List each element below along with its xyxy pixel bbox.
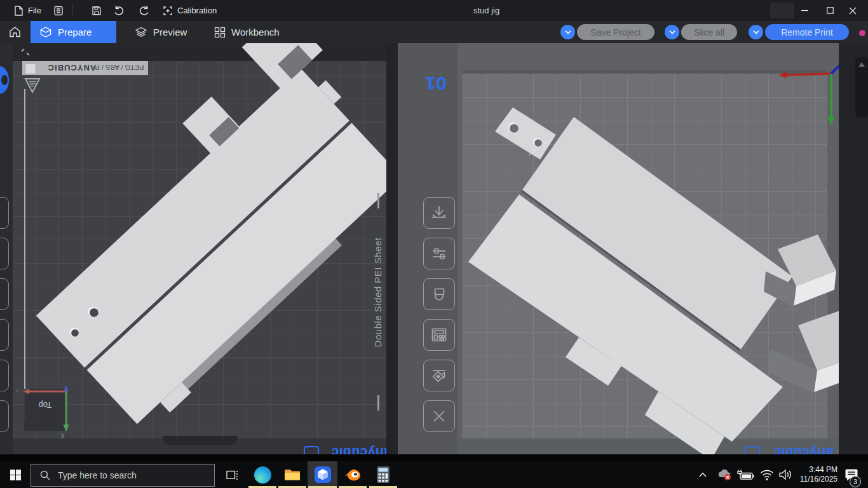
- preview-layers-icon: [135, 26, 147, 38]
- maximize-button[interactable]: [817, 0, 843, 21]
- calibration-menu[interactable]: Calibration: [163, 0, 217, 21]
- left-clipped-toolbar: [0, 43, 13, 454]
- task-view-icon: [226, 470, 238, 480]
- search-icon: [40, 470, 50, 480]
- redo-icon: [139, 5, 150, 16]
- calibration-icon: [163, 6, 173, 16]
- tab-preview[interactable]: Preview: [126, 21, 196, 43]
- search-input[interactable]: [57, 470, 199, 481]
- blender-icon: [344, 467, 362, 482]
- title-bar: File Calibration stud jig: [0, 0, 868, 21]
- tray-expand-button[interactable]: [694, 461, 712, 488]
- refresh-slice-button[interactable]: [423, 360, 455, 391]
- notes-button[interactable]: [53, 0, 64, 21]
- clipped-tool-button[interactable]: [0, 360, 9, 391]
- clipped-tool-button[interactable]: [0, 400, 9, 432]
- drop-to-bed-button[interactable]: [423, 197, 455, 229]
- edge-taskbar-button[interactable]: [248, 461, 277, 488]
- left-3d-viewport[interactable]: ANYCUBIC PETG / ABS / P: [13, 43, 386, 454]
- start-button[interactable]: [0, 461, 31, 488]
- edge-icon: [254, 466, 271, 484]
- chevron-up-icon: [699, 472, 707, 477]
- cloud-error-icon: [716, 468, 733, 481]
- plate-logo: anycubic: [322, 444, 386, 454]
- window-bottom-gap: [0, 454, 868, 461]
- taskbar-search[interactable]: [31, 464, 215, 487]
- maximize-icon: [827, 7, 834, 14]
- slicer-taskbar-button[interactable]: [308, 461, 337, 488]
- view-cube[interactable]: Top y x: [24, 389, 66, 431]
- plate-settings-button[interactable]: [423, 319, 455, 351]
- adjust-settings-button[interactable]: [423, 238, 455, 269]
- close-button[interactable]: [840, 0, 865, 21]
- save-project-button[interactable]: Save Project: [577, 24, 654, 40]
- slicer-app-icon: [314, 466, 332, 484]
- plate-front-tab: [163, 436, 238, 445]
- delete-x-icon: [430, 407, 449, 426]
- plate-settings-icon: [430, 325, 449, 344]
- prepare-icon: [39, 26, 52, 38]
- document-list-icon: [53, 6, 64, 16]
- tab-workbench[interactable]: Workbench: [205, 21, 288, 43]
- calculator-taskbar-button[interactable]: [369, 461, 398, 488]
- slice-all-button[interactable]: Slice all: [681, 24, 737, 40]
- file-icon: [14, 6, 24, 16]
- windows-logo-icon: [10, 470, 21, 480]
- workbench-grid-icon: [214, 27, 226, 38]
- right-edge-rail: [839, 43, 868, 454]
- task-view-button[interactable]: [218, 461, 246, 488]
- save-project-dropdown[interactable]: [560, 25, 575, 39]
- save-button[interactable]: [92, 0, 102, 21]
- clipped-tool-button[interactable]: [0, 319, 9, 351]
- clipped-tool-button[interactable]: [0, 238, 9, 269]
- tab-workbench-label: Workbench: [231, 27, 280, 37]
- titlebar-divider: [72, 4, 72, 17]
- onedrive-tray-icon[interactable]: [714, 461, 735, 488]
- remote-print-button[interactable]: Remote Print: [765, 24, 849, 40]
- clipped-tool-button[interactable]: [0, 197, 9, 229]
- minimize-button[interactable]: [792, 0, 817, 21]
- viewport-divider: [386, 43, 398, 454]
- undo-icon: [113, 5, 125, 16]
- save-icon: [92, 6, 102, 16]
- plate-logo-text: anycubic: [764, 444, 834, 454]
- bed-clip-button[interactable]: [423, 278, 455, 310]
- redo-button[interactable]: [139, 0, 150, 21]
- tab-prepare[interactable]: Prepare: [31, 21, 116, 43]
- plate-mark: [377, 395, 379, 410]
- explorer-taskbar-button[interactable]: [278, 461, 307, 488]
- battery-tray-icon[interactable]: [735, 461, 756, 488]
- mode-tab-bar: Prepare Preview Workbench Save Project S…: [0, 21, 868, 43]
- windows-taskbar: 3:44 PM 11/16/2025: [0, 461, 868, 488]
- plate-tools-panel: 01: [398, 43, 458, 454]
- clock-date: 11/16/2025: [793, 475, 837, 484]
- taskbar-clock[interactable]: 3:44 PM 11/16/2025: [793, 465, 837, 484]
- plate-number-label: 01: [418, 72, 454, 94]
- file-menu[interactable]: File: [14, 0, 41, 21]
- sliders-icon: [430, 244, 449, 263]
- workspace: ANYCUBIC PETG / ABS / P: [0, 43, 868, 454]
- chevron-down-icon: [669, 30, 675, 34]
- undo-button[interactable]: [113, 0, 125, 21]
- battery-charging-icon: [736, 470, 754, 480]
- home-button[interactable]: [1, 21, 29, 43]
- plate-logo: anycubic: [764, 444, 834, 454]
- file-explorer-icon: [284, 468, 301, 482]
- tab-prepare-label: Prepare: [58, 27, 92, 37]
- clipped-tool-button[interactable]: [0, 278, 9, 310]
- print-dropdown[interactable]: [749, 25, 763, 39]
- axis-y-label: y: [61, 431, 65, 438]
- slice-dropdown[interactable]: [665, 25, 679, 39]
- plate-mark: [377, 193, 379, 208]
- window-title: stud jig: [473, 0, 499, 21]
- chevron-down-icon: [753, 30, 759, 34]
- tab-preview-label: Preview: [153, 27, 187, 37]
- chevron-down-icon: [565, 30, 571, 34]
- clock-time: 3:44 PM: [793, 465, 837, 475]
- plate-sheet-label: Double Sided PEI Sheet: [372, 191, 385, 394]
- delete-plate-button[interactable]: [423, 400, 455, 432]
- wifi-tray-icon[interactable]: [757, 461, 776, 488]
- right-3d-viewport[interactable]: anycubic: [458, 43, 839, 454]
- blender-taskbar-button[interactable]: [338, 461, 367, 488]
- axis-x-label: x: [15, 386, 19, 394]
